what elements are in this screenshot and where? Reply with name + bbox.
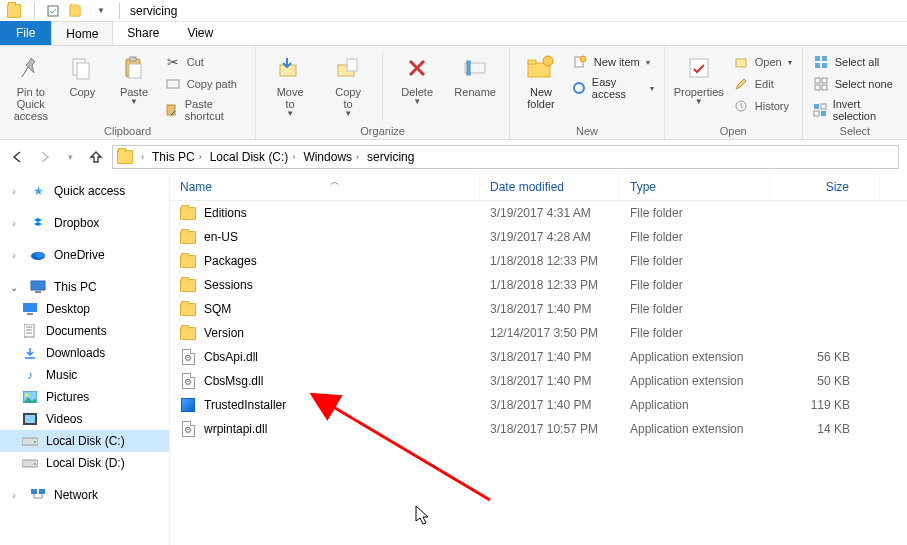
new-folder-button[interactable]: New folder	[518, 48, 564, 110]
forward-button[interactable]	[34, 147, 54, 167]
collapse-icon[interactable]: ⌄	[8, 282, 20, 293]
title-bar: ▼ servicing	[0, 0, 907, 22]
tree-documents[interactable]: Documents	[0, 320, 169, 342]
tree-quick-access[interactable]: › ★ Quick access	[0, 180, 169, 202]
file-date: 3/18/2017 1:40 PM	[480, 300, 620, 318]
up-button[interactable]	[86, 147, 106, 167]
tree-dropbox[interactable]: › Dropbox	[0, 212, 169, 234]
tree-onedrive[interactable]: › OneDrive	[0, 244, 169, 266]
delete-button[interactable]: Delete ▼	[391, 48, 443, 107]
breadcrumb-segment[interactable]: This PC›	[150, 150, 208, 164]
tree-local-disk-d[interactable]: Local Disk (D:)	[0, 452, 169, 474]
list-item[interactable]: SQM3/18/2017 1:40 PMFile folder	[170, 297, 907, 321]
file-size: 56 KB	[770, 348, 880, 366]
list-item[interactable]: Version12/14/2017 3:50 PMFile folder	[170, 321, 907, 345]
qat-dropdown-icon[interactable]: ▼	[92, 2, 110, 20]
expand-icon[interactable]: ›	[8, 490, 20, 501]
column-header-date[interactable]: Date modified	[480, 174, 620, 200]
tree-pictures[interactable]: Pictures	[0, 386, 169, 408]
new-item-button[interactable]: New item ▾	[570, 52, 656, 72]
file-type: File folder	[620, 204, 770, 222]
breadcrumb-segment[interactable]: Windows›	[301, 150, 365, 164]
column-header-size[interactable]: Size	[770, 174, 880, 200]
cut-label: Cut	[187, 56, 204, 68]
history-button[interactable]: History	[731, 96, 794, 116]
edit-icon	[733, 76, 749, 92]
ribbon: Pin to Quick access Copy Paste ▼ ✂ Cut	[0, 46, 907, 140]
file-date: 3/19/2017 4:31 AM	[480, 204, 620, 222]
paste-shortcut-button[interactable]: Paste shortcut	[163, 96, 247, 124]
tree-label: Videos	[46, 412, 82, 426]
tree-this-pc[interactable]: ⌄ This PC	[0, 276, 169, 298]
select-all-button[interactable]: Select all	[811, 52, 899, 72]
file-size	[770, 283, 880, 287]
column-header-type[interactable]: Type	[620, 174, 770, 200]
easy-access-label: Easy access	[592, 76, 644, 100]
properties-icon	[683, 52, 715, 84]
new-folder-qat-icon[interactable]	[68, 2, 86, 20]
file-type: File folder	[620, 324, 770, 342]
select-none-button[interactable]: Select none	[811, 74, 899, 94]
tree-local-disk-c[interactable]: Local Disk (C:)	[0, 430, 169, 452]
svg-rect-20	[736, 59, 746, 67]
move-to-button[interactable]: Move to ▼	[264, 48, 316, 119]
column-header-name[interactable]: Name	[170, 174, 480, 200]
svg-rect-7	[167, 105, 175, 115]
edit-button[interactable]: Edit	[731, 74, 794, 94]
tree-desktop[interactable]: Desktop	[0, 298, 169, 320]
expand-icon[interactable]: ›	[8, 186, 20, 197]
star-icon: ★	[30, 183, 46, 199]
file-tab[interactable]: File	[0, 21, 51, 45]
file-type-icon	[180, 205, 196, 221]
new-group-label: New	[518, 125, 656, 139]
paste-shortcut-icon	[165, 102, 179, 118]
file-type-icon: ⚙	[180, 349, 196, 365]
file-size	[770, 307, 880, 311]
rename-button[interactable]: Rename	[449, 48, 501, 98]
recent-locations-button[interactable]: ▾	[60, 147, 80, 167]
chevron-down-icon: ▼	[344, 110, 352, 119]
share-tab[interactable]: Share	[113, 21, 173, 45]
expand-icon[interactable]: ›	[8, 250, 20, 261]
properties-qat-icon[interactable]	[44, 2, 62, 20]
list-item[interactable]: en-US3/19/2017 4:28 AMFile folder	[170, 225, 907, 249]
tree-music[interactable]: ♪ Music	[0, 364, 169, 386]
file-size	[770, 235, 880, 239]
invert-selection-button[interactable]: Invert selection	[811, 96, 899, 124]
easy-access-button[interactable]: Easy access ▾	[570, 74, 656, 102]
tree-downloads[interactable]: Downloads	[0, 342, 169, 364]
breadcrumb-segment[interactable]: Local Disk (C:)›	[208, 150, 302, 164]
drive-icon	[22, 433, 38, 449]
expand-icon[interactable]: ›	[8, 218, 20, 229]
pin-quick-access-button[interactable]: Pin to Quick access	[8, 48, 54, 122]
list-item[interactable]: Editions3/19/2017 4:31 AMFile folder	[170, 201, 907, 225]
copy-button[interactable]: Copy	[60, 48, 106, 98]
list-item[interactable]: ⚙wrpintapi.dll3/18/2017 10:57 PMApplicat…	[170, 417, 907, 441]
list-item[interactable]: TrustedInstaller3/18/2017 1:40 PMApplica…	[170, 393, 907, 417]
new-item-label: New item	[594, 56, 640, 68]
paste-button[interactable]: Paste ▼	[111, 48, 157, 107]
svg-rect-10	[347, 59, 357, 71]
svg-rect-23	[822, 56, 827, 61]
address-bar[interactable]: › This PC› Local Disk (C:)› Windows› ser…	[112, 145, 899, 169]
list-item[interactable]: Packages1/18/2018 12:33 PMFile folder	[170, 249, 907, 273]
open-button[interactable]: Open ▾	[731, 52, 794, 72]
list-item[interactable]: Sessions1/18/2018 12:33 PMFile folder	[170, 273, 907, 297]
view-tab[interactable]: View	[173, 21, 227, 45]
breadcrumb-root[interactable]: ›	[115, 150, 150, 164]
copy-path-button[interactable]: Copy path	[163, 74, 247, 94]
list-item[interactable]: ⚙CbsApi.dll3/18/2017 1:40 PMApplication …	[170, 345, 907, 369]
file-date: 3/19/2017 4:28 AM	[480, 228, 620, 246]
home-tab[interactable]: Home	[51, 21, 113, 45]
breadcrumb-segment[interactable]: servicing	[365, 150, 416, 164]
copy-to-button[interactable]: Copy to ▼	[322, 48, 374, 119]
tree-network[interactable]: › Network	[0, 484, 169, 506]
back-button[interactable]	[8, 147, 28, 167]
properties-button[interactable]: Properties ▼	[673, 48, 725, 107]
file-type: File folder	[620, 300, 770, 318]
cut-button[interactable]: ✂ Cut	[163, 52, 247, 72]
svg-rect-12	[467, 61, 470, 75]
list-item[interactable]: ⚙CbsMsg.dll3/18/2017 1:40 PMApplication …	[170, 369, 907, 393]
invert-selection-icon	[813, 102, 827, 118]
tree-videos[interactable]: Videos	[0, 408, 169, 430]
